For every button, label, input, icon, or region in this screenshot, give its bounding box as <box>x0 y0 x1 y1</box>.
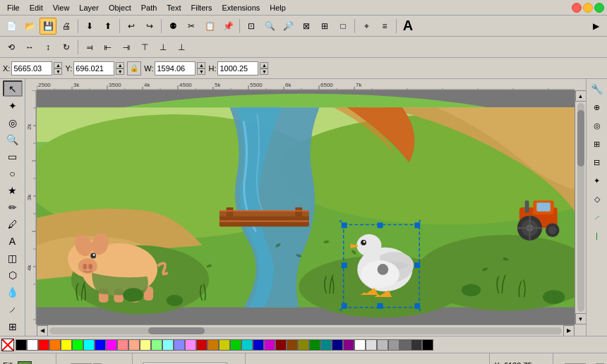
palette-swatch[interactable] <box>388 339 399 351</box>
h-down[interactable]: ▼ <box>260 68 268 75</box>
palette-swatch[interactable] <box>38 339 49 351</box>
text-tool-large[interactable]: A <box>399 18 416 35</box>
palette-swatch[interactable] <box>332 339 343 351</box>
right-snap-btn6[interactable]: ✦ <box>589 172 606 189</box>
pen-tool[interactable]: 🖊 <box>3 217 23 233</box>
palette-swatch[interactable] <box>128 339 140 351</box>
align-center-button[interactable]: ⫦ <box>100 39 116 56</box>
palette-swatch[interactable] <box>377 339 388 351</box>
zoom-out-button[interactable]: 🔎 <box>280 18 296 35</box>
export-button[interactable]: ⬆ <box>100 18 116 35</box>
palette-swatch[interactable] <box>185 339 196 351</box>
right-snap-btn7[interactable]: ◇ <box>589 190 606 207</box>
menu-text[interactable]: Text <box>162 2 185 13</box>
select-tool[interactable]: ↖ <box>3 80 23 97</box>
palette-swatch[interactable] <box>241 339 253 351</box>
align-dialog-button[interactable]: ≡ <box>376 18 393 35</box>
zoom-draw-button[interactable]: ⊡ <box>243 18 260 35</box>
scroll-down-button[interactable]: ▼ <box>575 313 587 324</box>
vscroll-track[interactable] <box>577 103 584 312</box>
copy-style-button[interactable]: ⚉ <box>164 18 181 35</box>
hscroll-thumb[interactable] <box>148 327 205 334</box>
palette-swatch[interactable] <box>320 339 332 351</box>
tweak-tool[interactable]: ◎ <box>3 114 23 131</box>
menu-edit[interactable]: Edit <box>25 2 47 13</box>
palette-swatch[interactable] <box>366 339 377 351</box>
palette-swatch[interactable] <box>343 339 354 351</box>
x-down[interactable]: ▼ <box>54 68 62 75</box>
gradient-tool[interactable]: ◫ <box>3 250 23 267</box>
menu-layer[interactable]: Layer <box>75 2 103 13</box>
circle-tool[interactable]: ○ <box>3 166 23 182</box>
align-top-button[interactable]: ⊤ <box>136 39 153 56</box>
x-input[interactable] <box>11 61 52 75</box>
x-up[interactable]: ▲ <box>54 62 62 68</box>
palette-swatch[interactable] <box>275 339 287 351</box>
scrollbar-h[interactable]: ◀ ▶ <box>37 324 575 336</box>
palette-swatch[interactable] <box>95 339 106 351</box>
zoom-in-button[interactable]: 🔍 <box>261 18 278 35</box>
print-button[interactable]: 🖨 <box>58 18 75 35</box>
palette-swatch[interactable] <box>61 339 72 351</box>
redo-button[interactable]: ↪ <box>141 18 158 35</box>
extra-menu-button[interactable]: ▶ <box>587 18 604 35</box>
align-middle-button[interactable]: ⊥ <box>155 39 172 56</box>
menu-object[interactable]: Object <box>104 2 136 13</box>
palette-swatch[interactable] <box>83 339 95 351</box>
zoom-page-button[interactable]: □ <box>335 18 351 35</box>
palette-swatch[interactable] <box>422 339 433 351</box>
rotate-cw-button[interactable]: ↻ <box>58 39 75 56</box>
scroll-left-button[interactable]: ◀ <box>37 325 48 336</box>
vscroll-thumb[interactable] <box>577 110 584 166</box>
palette-swatch[interactable] <box>162 339 174 351</box>
remove-color-button[interactable] <box>1 339 14 351</box>
bucket-tool[interactable]: ⬡ <box>3 267 23 284</box>
palette-swatch[interactable] <box>174 339 185 351</box>
menu-help[interactable]: Help <box>265 2 290 13</box>
rect-tool[interactable]: ▭ <box>3 149 23 165</box>
flip-v-button[interactable]: ↕ <box>40 39 56 56</box>
scrollbar-v[interactable]: ▲ ▼ <box>575 90 586 324</box>
import-button[interactable]: ⬇ <box>81 18 98 35</box>
window-max[interactable] <box>594 3 604 13</box>
right-snap-btn1[interactable]: 🔧 <box>589 80 606 97</box>
w-input[interactable] <box>155 61 196 75</box>
menu-path[interactable]: Path <box>137 2 162 13</box>
save-button[interactable]: 💾 <box>40 18 56 35</box>
canvas-viewport[interactable]: ↖ ↗ ↙ ↘ <box>37 90 575 324</box>
right-snap-btn2[interactable]: ⊕ <box>589 99 606 116</box>
zoom-sel-button[interactable]: ⊞ <box>316 18 333 35</box>
palette-swatch[interactable] <box>309 339 320 351</box>
fill-swatch[interactable] <box>18 361 32 365</box>
right-snap-btn8[interactable]: ⟋ <box>589 209 606 226</box>
pencil-tool[interactable]: ✏ <box>3 200 23 216</box>
zoom-tool[interactable]: 🔍 <box>3 132 23 148</box>
palette-swatch[interactable] <box>151 339 162 351</box>
right-snap-btn5[interactable]: ⊟ <box>589 154 606 171</box>
scroll-right-button[interactable]: ▶ <box>563 325 575 336</box>
hscroll-track[interactable] <box>49 327 562 334</box>
spray-tool[interactable]: ⊞ <box>3 318 23 334</box>
h-input[interactable] <box>217 61 258 75</box>
align-left-button[interactable]: ⫤ <box>81 39 98 56</box>
palette-swatch[interactable] <box>117 339 128 351</box>
y-input[interactable] <box>73 61 114 75</box>
palette-swatch[interactable] <box>196 339 208 351</box>
palette-swatch[interactable] <box>230 339 241 351</box>
palette-swatch[interactable] <box>16 339 27 351</box>
palette-swatch[interactable] <box>354 339 366 351</box>
palette-swatch[interactable] <box>106 339 117 351</box>
window-close[interactable] <box>572 3 582 13</box>
undo-button[interactable]: ↩ <box>123 18 140 35</box>
palette-swatch[interactable] <box>219 339 230 351</box>
right-snap-btn3[interactable]: ◎ <box>589 117 606 134</box>
transform-move-button[interactable]: ⟲ <box>3 39 20 56</box>
menu-extensions[interactable]: Extensions <box>217 2 264 13</box>
menu-view[interactable]: View <box>49 2 74 13</box>
y-down[interactable]: ▼ <box>116 68 124 75</box>
zoom-fit-button[interactable]: ⊠ <box>298 18 315 35</box>
palette-swatch[interactable] <box>72 339 83 351</box>
palette-swatch[interactable] <box>208 339 219 351</box>
palette-swatch[interactable] <box>399 339 411 351</box>
new-button[interactable]: 📄 <box>3 18 20 35</box>
